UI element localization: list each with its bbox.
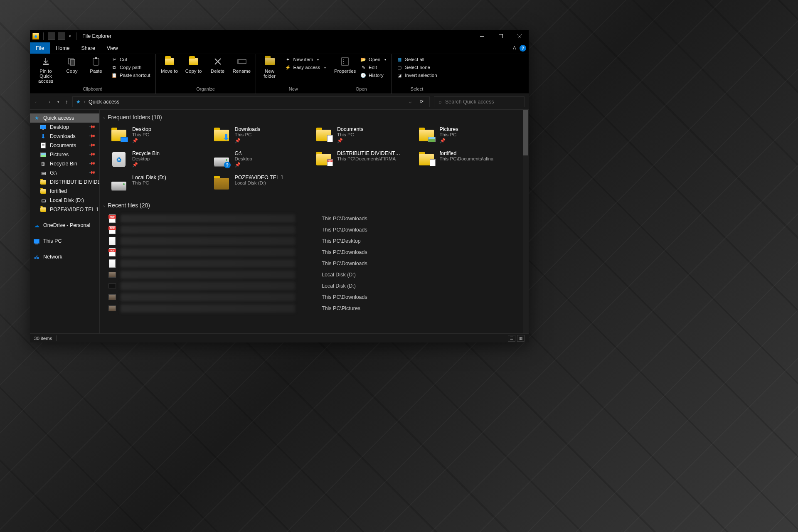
paste-button[interactable]: Paste: [86, 56, 106, 74]
sidebar-item-poze-video-tel-1[interactable]: POZE&VIDEO TEL 1: [30, 205, 99, 214]
maximize-button[interactable]: [491, 30, 510, 42]
pictures-icon: [417, 126, 436, 145]
recent-file-row[interactable]: This PC\Pictures: [108, 303, 515, 314]
folder-recycle-bin[interactable]: Recycle Bin Desktop 📌: [108, 149, 207, 170]
sidebar-item-local-disk-d-[interactable]: 🖴Local Disk (D:): [30, 196, 99, 205]
new-item-button[interactable]: ✦New item▾: [283, 56, 328, 63]
tab-share[interactable]: Share: [76, 42, 101, 54]
delete-button[interactable]: Delete: [207, 56, 228, 74]
ribbon-group-select: ▦Select all ▢Select none ◪Invert selecti…: [392, 54, 442, 94]
search-icon: ⌕: [438, 99, 442, 105]
sidebar-quick-access[interactable]: ★ Quick access: [30, 113, 99, 123]
nav-up-button[interactable]: ↑: [65, 99, 68, 105]
edit-button[interactable]: ✎Edit: [359, 64, 388, 71]
navigation-pane: ★ Quick access Desktop📌Downloads📌Documen…: [30, 110, 100, 333]
status-bar: 30 items ☰ ▦: [30, 333, 529, 342]
rename-button[interactable]: Rename: [232, 56, 252, 74]
svg-rect-5: [93, 58, 99, 65]
nav-recent-dropdown[interactable]: ▾: [57, 100, 59, 104]
select-group-label: Select: [411, 86, 424, 93]
copy-button[interactable]: Copy: [62, 56, 82, 74]
pin-icon: 📌: [132, 162, 160, 167]
copy-path-button[interactable]: ⧉Copy path: [110, 64, 152, 71]
folder-name: Local Disk (D:): [132, 175, 166, 180]
pin-icon: 📌: [89, 123, 96, 131]
star-icon: ★: [33, 115, 40, 121]
tab-file[interactable]: File: [30, 42, 50, 54]
sidebar-item-g-[interactable]: 🖴G:\📌: [30, 168, 99, 177]
properties-button[interactable]: Properties: [335, 56, 355, 74]
select-none-button[interactable]: ▢Select none: [395, 64, 438, 71]
cut-button[interactable]: ✂Cut: [110, 56, 152, 63]
nav-back-button[interactable]: ←: [34, 99, 40, 105]
recent-file-row[interactable]: This PC\Desktop: [108, 235, 515, 246]
paste-shortcut-button[interactable]: 📋Paste shortcut: [110, 71, 152, 79]
folder-desktop[interactable]: Desktop This PC 📌: [108, 125, 207, 146]
close-button[interactable]: [510, 30, 529, 42]
folder-g-[interactable]: G:\ Desktop 📌: [211, 149, 310, 170]
tab-view[interactable]: View: [101, 42, 124, 54]
monitor-icon: [40, 124, 47, 131]
sidebar-item-desktop[interactable]: Desktop📌: [30, 123, 99, 132]
nav-forward-button[interactable]: →: [46, 99, 52, 105]
ribbon-group-organize: Move to Copy to Delete Rename Organize: [156, 54, 256, 94]
details-view-button[interactable]: ☰: [508, 335, 515, 342]
select-all-button[interactable]: ▦Select all: [395, 56, 438, 63]
address-dropdown-icon[interactable]: ⌵: [409, 99, 412, 104]
frequent-folders-header[interactable]: ⌵ Frequent folders (10): [100, 110, 523, 125]
vertical-scrollbar[interactable]: [523, 110, 529, 333]
sidebar-item-downloads[interactable]: Downloads📌: [30, 132, 99, 141]
svg-rect-4: [70, 59, 75, 65]
search-box[interactable]: ⌕ Search Quick access: [434, 96, 525, 107]
copy-to-button[interactable]: Copy to: [183, 56, 204, 74]
folder-poze-video-tel-1[interactable]: POZE&VIDEO TEL 1 Local Disk (D:): [211, 173, 310, 195]
minimize-button[interactable]: [473, 30, 491, 42]
open-button[interactable]: 📂Open▾: [359, 56, 388, 63]
address-bar[interactable]: ★ › Quick access ⌵ ⟳: [72, 96, 430, 107]
sidebar-this-pc[interactable]: This PC: [30, 236, 99, 246]
recent-file-row[interactable]: This PC\Downloads: [108, 291, 515, 303]
black-icon: [108, 282, 116, 290]
invert-selection-button[interactable]: ◪Invert selection: [395, 71, 438, 79]
recent-file-row[interactable]: Local Disk (D:): [108, 269, 515, 280]
sidebar-item-distributie-dividen[interactable]: DISTRIBUTIE DIVIDEN: [30, 177, 99, 187]
new-folder-button[interactable]: New folder: [259, 56, 280, 79]
folder-pictures[interactable]: Pictures This PC 📌: [416, 125, 515, 146]
icons-view-button[interactable]: ▦: [517, 335, 525, 342]
sidebar-item-pictures[interactable]: Pictures📌: [30, 150, 99, 159]
sidebar-network[interactable]: 🖧 Network: [30, 252, 99, 261]
recent-file-row[interactable]: This PC\Downloads: [108, 246, 515, 258]
scrollbar-thumb[interactable]: [523, 110, 528, 155]
easy-access-button[interactable]: ⚡Easy access▾: [283, 64, 328, 71]
folder-distributie-dividente-iu-[interactable]: PDF DISTRIBUTIE DIVIDENTE IU... This PC\…: [313, 149, 412, 170]
recent-filename-redacted: [121, 271, 295, 279]
folder-downloads[interactable]: ⬇ Downloads This PC 📌: [211, 125, 310, 146]
pin-icon: 📌: [337, 138, 363, 143]
folder-icon: [40, 188, 47, 195]
ribbon-group-new: New folder ✦New item▾ ⚡Easy access▾ New: [256, 54, 332, 94]
sidebar-onedrive[interactable]: ☁ OneDrive - Personal: [30, 221, 99, 230]
recent-file-row[interactable]: This PC\Downloads: [108, 224, 515, 235]
help-icon[interactable]: ?: [520, 45, 526, 52]
qat-button-1[interactable]: [48, 32, 55, 40]
sidebar-item-recycle-bin[interactable]: 🗑Recycle Bin📌: [30, 159, 99, 168]
recent-files-header[interactable]: ⌵ Recent files (20): [100, 198, 523, 213]
folder-documents[interactable]: Documents This PC 📌: [313, 125, 412, 146]
qat-dropdown[interactable]: ▾: [68, 32, 72, 40]
folder-local-disk-d-[interactable]: Local Disk (D:) This PC: [108, 173, 207, 195]
refresh-button[interactable]: ⟳: [417, 99, 426, 104]
recent-file-row[interactable]: Local Disk (D:): [108, 280, 515, 291]
sidebar-item-documents[interactable]: Documents📌: [30, 141, 99, 150]
recent-location: This PC\Downloads: [322, 294, 367, 300]
sidebar-item-fortified[interactable]: fortified: [30, 187, 99, 196]
folder-fortified[interactable]: fortified This PC\Documents\alina: [416, 149, 515, 170]
openfolder-icon: [417, 150, 436, 169]
qat-button-2[interactable]: [58, 32, 65, 40]
pin-quick-access-button[interactable]: Pin to Quick access: [33, 56, 58, 84]
tab-home[interactable]: Home: [50, 42, 75, 54]
collapse-ribbon-icon[interactable]: ᐱ: [513, 45, 516, 51]
recent-file-row[interactable]: This PC\Downloads: [108, 258, 515, 269]
move-to-button[interactable]: Move to: [159, 56, 180, 74]
recent-file-row[interactable]: This PC\Downloads: [108, 213, 515, 224]
history-button[interactable]: 🕑History: [359, 71, 388, 79]
